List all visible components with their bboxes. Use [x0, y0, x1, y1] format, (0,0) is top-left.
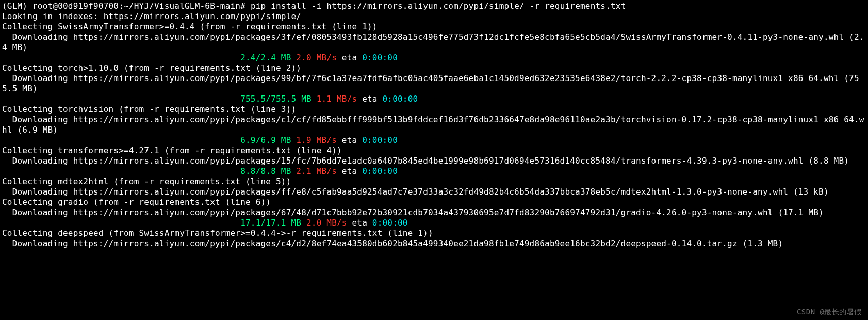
progress-speed: 1.1 MB/s [317, 94, 357, 104]
progress-eta-label: eta [362, 94, 378, 104]
pip-index-line: Looking in indexes: https://mirrors.aliy… [2, 11, 301, 21]
download-line: Downloading https://mirrors.aliyun.com/p… [2, 238, 783, 248]
download-line: Downloading https://mirrors.aliyun.com/p… [2, 187, 829, 197]
progress-indent [2, 218, 235, 228]
download-line: Downloading https://mirrors.aliyun.com/p… [2, 207, 824, 217]
collect-line: Collecting gradio (from -r requirements.… [2, 197, 271, 207]
watermark: CSDN @最长的暑假 [797, 308, 862, 317]
progress-eta: 0:00:00 [362, 166, 398, 176]
progress-indent [2, 53, 235, 63]
terminal-output[interactable]: (GLM) root@00d919f90700:~/HYJ/VisualGLM-… [0, 0, 868, 250]
collect-line: Collecting mdtex2html (from -r requireme… [2, 177, 291, 186]
progress-eta: 0:00:00 [372, 218, 408, 228]
progress-speed: 1.9 MB/s [296, 135, 337, 145]
progress-done: 8.8/8.8 MB [240, 166, 291, 176]
progress-indent [2, 166, 235, 177]
download-line: Downloading https://mirrors.aliyun.com/p… [2, 73, 859, 93]
download-line: Downloading https://mirrors.aliyun.com/p… [2, 32, 864, 52]
progress-speed: 2.1 MB/s [296, 166, 337, 176]
download-line: Downloading https://mirrors.aliyun.com/p… [2, 115, 864, 135]
progress-eta-label: eta [342, 135, 357, 145]
shell-prompt: (GLM) root@00d919f90700:~/HYJ/VisualGLM-… [2, 1, 251, 11]
collect-line: Collecting torch>1.10.0 (from -r require… [2, 63, 301, 73]
progress-done: 17.1/17.1 MB [240, 218, 301, 228]
progress-eta: 0:00:00 [362, 135, 398, 145]
shell-command: pip install -i https://mirrors.aliyun.co… [251, 1, 626, 11]
progress-eta-label: eta [342, 166, 357, 176]
progress-eta: 0:00:00 [362, 53, 398, 62]
collect-line: Collecting torchvision (from -r requirem… [2, 104, 296, 114]
progress-eta: 0:00:00 [383, 94, 418, 104]
progress-indent [2, 135, 235, 146]
collect-line: Collecting transformers>=4.27.1 (from -r… [2, 146, 342, 155]
progress-eta-label: eta [352, 218, 368, 228]
progress-indent [2, 94, 235, 104]
progress-eta-label: eta [342, 53, 357, 62]
collect-line: Collecting deepspeed (from SwissArmyTran… [2, 228, 433, 238]
progress-speed: 2.0 MB/s [296, 53, 337, 62]
progress-done: 2.4/2.4 MB [240, 53, 291, 62]
progress-done: 6.9/6.9 MB [240, 135, 291, 145]
collect-line: Collecting SwissArmyTransformer>=0.4.4 (… [2, 22, 378, 31]
download-line: Downloading https://mirrors.aliyun.com/p… [2, 156, 849, 166]
progress-speed: 2.0 MB/s [306, 218, 347, 228]
progress-done: 755.5/755.5 MB [240, 94, 312, 104]
